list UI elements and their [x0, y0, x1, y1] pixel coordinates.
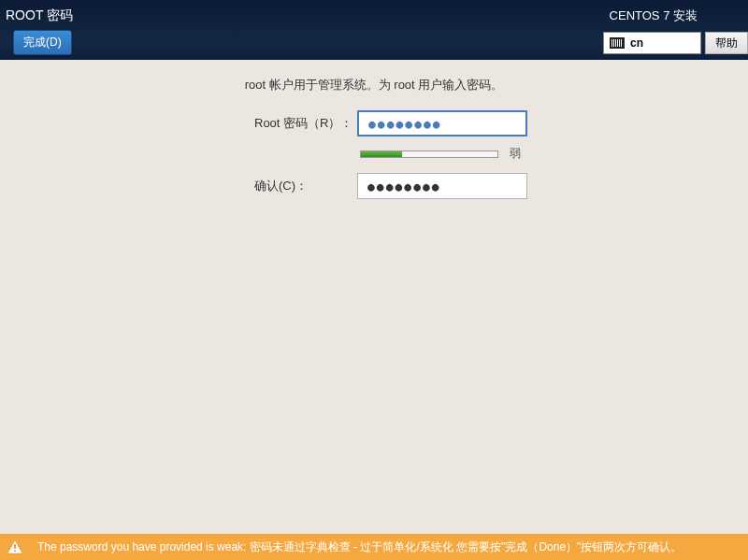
- done-button[interactable]: 完成(D): [13, 30, 72, 55]
- confirm-label: 确认(C)：: [254, 178, 357, 194]
- content-area: root 帐户用于管理系统。为 root 用户输入密码。 Root 密码（R）：…: [0, 60, 748, 199]
- password-strength-bar: [360, 151, 498, 158]
- page-title: ROOT 密码: [6, 7, 73, 24]
- keyboard-lang-label: cn: [630, 36, 643, 50]
- header-bar: ROOT 密码 完成(D) CENTOS 7 安装 cn 帮助: [0, 0, 748, 60]
- keyboard-icon: [610, 37, 625, 49]
- svg-rect-1: [14, 550, 16, 552]
- root-password-input[interactable]: [357, 110, 527, 136]
- password-strength-label: 弱: [510, 146, 521, 162]
- header-right: CENTOS 7 安装 cn 帮助: [603, 0, 748, 54]
- warning-bar: The password you have provided is weak: …: [0, 534, 748, 560]
- strength-row: 弱: [0, 146, 748, 162]
- install-title: CENTOS 7 安装: [603, 7, 698, 24]
- warning-icon: [7, 540, 22, 554]
- instruction-text: root 帐户用于管理系统。为 root 用户输入密码。: [0, 77, 748, 93]
- password-row: Root 密码（R）：: [0, 110, 748, 136]
- header-controls: cn 帮助: [603, 32, 748, 54]
- confirm-password-input[interactable]: [357, 173, 527, 199]
- confirm-row: 确认(C)：: [0, 173, 748, 199]
- keyboard-layout-indicator[interactable]: cn: [603, 32, 701, 54]
- help-button[interactable]: 帮助: [705, 32, 748, 54]
- svg-rect-0: [14, 544, 16, 549]
- warning-text: The password you have provided is weak: …: [37, 539, 682, 555]
- password-strength-fill: [361, 151, 402, 157]
- password-label: Root 密码（R）：: [254, 115, 357, 132]
